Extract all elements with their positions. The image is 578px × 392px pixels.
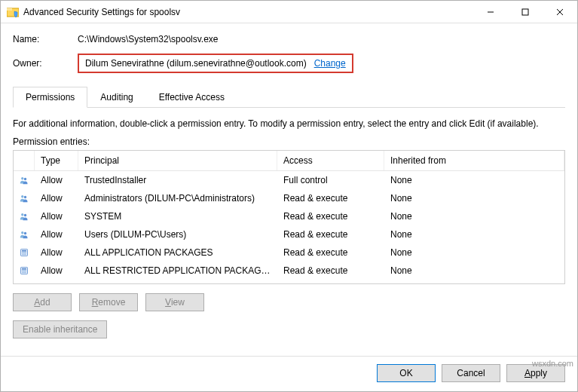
owner-highlight: Dilum Senevirathne (dilum.senevirathne@o… <box>78 54 353 73</box>
row-inherited: None <box>384 173 564 187</box>
svg-rect-17 <box>22 254 26 256</box>
cancel-button[interactable]: Cancel <box>442 364 500 382</box>
table-row[interactable]: AllowAdministrators (DILUM-PC\Administra… <box>14 189 564 207</box>
folder-shield-icon <box>7 6 19 18</box>
row-inherited: None <box>384 246 564 259</box>
svg-rect-19 <box>22 268 26 270</box>
close-button[interactable] <box>543 1 577 23</box>
watermark: wsxdn.com <box>532 359 573 368</box>
row-icon <box>14 191 35 206</box>
col-access-header[interactable]: Access <box>277 151 384 170</box>
row-icon <box>14 209 35 224</box>
dialog-buttons: OK Cancel Apply <box>1 356 577 391</box>
row-access: Read & execute <box>277 191 384 205</box>
name-row: Name: C:\Windows\System32\spoolsv.exe <box>13 34 565 44</box>
tab-auditing[interactable]: Auditing <box>87 87 145 107</box>
entry-buttons: Add Remove View <box>13 293 565 311</box>
row-access: Read & execute <box>277 210 384 223</box>
svg-rect-1 <box>7 8 12 11</box>
enable-inheritance-button[interactable]: Enable inheritance <box>13 320 107 338</box>
change-owner-link[interactable]: Change <box>314 58 346 69</box>
name-value: C:\Windows\System32\spoolsv.exe <box>78 34 219 44</box>
row-inherited: None <box>384 228 564 241</box>
row-icon <box>14 245 35 260</box>
titlebar: Advanced Security Settings for spoolsv <box>1 1 577 23</box>
list-body: AllowTrustedInstallerFull controlNoneAll… <box>14 171 564 280</box>
row-inherited: None <box>384 191 564 205</box>
svg-point-9 <box>24 196 26 198</box>
permission-list[interactable]: Type Principal Access Inherited from All… <box>13 150 565 284</box>
svg-point-8 <box>21 195 23 198</box>
inheritance-buttons: Enable inheritance <box>13 320 565 338</box>
svg-point-11 <box>24 214 26 216</box>
table-row[interactable]: AllowUsers (DILUM-PC\Users)Read & execut… <box>14 225 564 243</box>
info-text: For additional information, double-click… <box>13 118 565 129</box>
row-type: Allow <box>35 173 78 187</box>
row-access: Read & execute <box>277 246 384 259</box>
svg-point-13 <box>24 232 26 234</box>
name-label: Name: <box>13 34 78 44</box>
svg-rect-20 <box>22 270 26 271</box>
row-type: Allow <box>35 246 78 259</box>
window-title: Advanced Security Settings for spoolsv <box>23 7 473 17</box>
row-type: Allow <box>35 210 78 223</box>
owner-label: Owner: <box>13 58 78 69</box>
svg-rect-15 <box>22 250 26 252</box>
owner-value: Dilum Senevirathne (dilum.senevirathne@o… <box>85 58 307 69</box>
row-inherited: None <box>384 264 564 277</box>
col-type-header[interactable]: Type <box>35 151 78 170</box>
table-row[interactable]: AllowALL RESTRICTED APPLICATION PACKAGES… <box>14 262 564 280</box>
maximize-button[interactable] <box>508 1 543 23</box>
minimize-button[interactable] <box>473 1 508 23</box>
row-principal: ALL APPLICATION PACKAGES <box>78 246 277 259</box>
tab-strip: Permissions Auditing Effective Access <box>13 87 565 108</box>
svg-rect-3 <box>522 9 528 15</box>
tab-permissions[interactable]: Permissions <box>13 87 87 108</box>
table-row[interactable]: AllowTrustedInstallerFull controlNone <box>14 171 564 189</box>
window: Advanced Security Settings for spoolsv N… <box>0 0 578 392</box>
owner-row: Owner: Dilum Senevirathne (dilum.senevir… <box>13 54 565 73</box>
add-button[interactable]: Add <box>13 293 72 311</box>
svg-point-12 <box>21 231 23 234</box>
tab-effective-access[interactable]: Effective Access <box>146 87 237 107</box>
content-area: Name: C:\Windows\System32\spoolsv.exe Ow… <box>1 23 577 356</box>
svg-rect-21 <box>22 272 26 274</box>
svg-point-10 <box>21 213 23 216</box>
svg-point-6 <box>21 177 23 179</box>
window-controls <box>473 1 577 23</box>
col-principal-header[interactable]: Principal <box>78 151 277 170</box>
table-row[interactable]: AllowSYSTEMRead & executeNone <box>14 207 564 225</box>
list-header: Type Principal Access Inherited from <box>14 151 564 171</box>
remove-button[interactable]: Remove <box>79 293 138 311</box>
row-icon <box>14 227 35 242</box>
row-access: Read & execute <box>277 264 384 277</box>
table-row[interactable]: AllowALL APPLICATION PACKAGESRead & exec… <box>14 243 564 262</box>
row-icon <box>14 173 35 188</box>
row-principal: Users (DILUM-PC\Users) <box>78 228 277 241</box>
spacer <box>13 338 565 348</box>
row-access: Full control <box>277 173 384 187</box>
row-access: Read & execute <box>277 228 384 241</box>
row-icon <box>14 263 35 278</box>
row-type: Allow <box>35 191 78 205</box>
ok-button[interactable]: OK <box>377 364 436 382</box>
svg-rect-16 <box>22 252 26 253</box>
col-icon-header[interactable] <box>14 151 35 170</box>
row-type: Allow <box>35 228 78 241</box>
view-button[interactable]: View <box>145 293 204 311</box>
row-principal: TrustedInstaller <box>78 173 277 187</box>
row-principal: ALL RESTRICTED APPLICATION PACKAGES <box>78 264 277 277</box>
row-type: Allow <box>35 264 78 277</box>
entries-label: Permission entries: <box>13 136 565 147</box>
row-principal: SYSTEM <box>78 210 277 223</box>
row-inherited: None <box>384 210 564 223</box>
col-inherited-header[interactable]: Inherited from <box>384 151 564 170</box>
svg-point-7 <box>24 178 26 180</box>
row-principal: Administrators (DILUM-PC\Administrators) <box>78 191 277 205</box>
